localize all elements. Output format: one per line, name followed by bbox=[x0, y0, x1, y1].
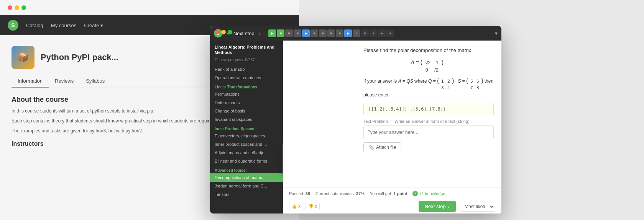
answer-input[interactable] bbox=[363, 125, 494, 139]
step-btn-4[interactable]: ■ bbox=[294, 29, 301, 37]
like-buttons: 👍 3 👎 0 bbox=[289, 203, 320, 210]
bottom-right: Next step › Most liked bbox=[419, 201, 495, 212]
sidebar-item-rank[interactable]: Rank of a matrix bbox=[210, 65, 283, 73]
attach-file-button[interactable]: 📎 Attach file bbox=[363, 142, 401, 152]
sidebar-item-inner-product-spaces[interactable]: Inner product spaces and ... bbox=[210, 140, 283, 148]
step-btn-question[interactable]: ? bbox=[353, 29, 360, 37]
step-btn-5[interactable]: ▶ bbox=[302, 29, 310, 37]
step-btn-3[interactable]: ■ bbox=[285, 29, 293, 37]
bg-logo: S bbox=[8, 20, 18, 31]
sidebar-item-determinants[interactable]: Determinants bbox=[210, 98, 283, 107]
sidebar-item-bilinear[interactable]: Bilinear and quadratic forms bbox=[210, 157, 283, 165]
thumbs-down-icon: 👎 bbox=[308, 204, 314, 209]
toolbar-dropdown[interactable]: ▾ bbox=[495, 30, 498, 36]
problem-instruction: Please find the polar decomposition of t… bbox=[363, 47, 494, 54]
correct-label: Correct submissions: 37% bbox=[315, 191, 365, 196]
tab-information[interactable]: Information bbox=[12, 75, 49, 88]
bg-nav-create[interactable]: Create ▾ bbox=[84, 23, 103, 28]
matrix-a-display: A = ( √21 0√2 ) . bbox=[363, 59, 494, 74]
main-window: S ‹ Next step › ▶ ■ ■ ■ ▶ ■ ■ ■ ■ ▶ ? ■ … bbox=[210, 26, 501, 213]
close-dot[interactable] bbox=[215, 30, 219, 34]
bg-minimize-dot bbox=[15, 5, 19, 10]
tab-reviews[interactable]: Reviews bbox=[49, 75, 80, 88]
sort-select[interactable]: Most liked bbox=[460, 202, 495, 212]
step-btn-7[interactable]: ■ bbox=[319, 29, 327, 37]
sidebar-section-linear-transformations: Linear Transformations bbox=[210, 83, 283, 90]
sidebar: Linear Algebra: Problems and Methods Cou… bbox=[210, 41, 283, 213]
sidebar-item-eigenvectors[interactable]: Eigenvectors, eigenspaces... bbox=[210, 132, 283, 140]
answer-hint-box: [[1,2],[3,4]]; [[5,6],[7,8]] bbox=[363, 103, 494, 115]
sidebar-item-adjoint[interactable]: Adjoint maps and self-adjo... bbox=[210, 148, 283, 157]
sidebar-course-title: Linear Algebra: Problems and Methods bbox=[210, 41, 283, 57]
sidebar-item-jordan[interactable]: Jordan normal form and C... bbox=[210, 182, 283, 190]
next-step-button[interactable]: Next step › bbox=[419, 201, 456, 212]
dislike-button[interactable]: 👎 0 bbox=[306, 203, 320, 210]
like-button[interactable]: 👍 3 bbox=[289, 203, 303, 210]
text-problem-label: Text Problem — Write an answer in form o… bbox=[363, 119, 494, 124]
step-btn-2[interactable]: ■ bbox=[277, 29, 284, 37]
step-btn-6[interactable]: ■ bbox=[310, 29, 318, 37]
sidebar-item-change-basis[interactable]: Change of basis bbox=[210, 107, 283, 115]
knowledge-badge: + +1 knowledge bbox=[412, 191, 445, 196]
bg-maximize-dot bbox=[21, 5, 26, 10]
main-toolbar: S ‹ Next step › ▶ ■ ■ ■ ▶ ■ ■ ■ ■ ▶ ? ■ … bbox=[210, 26, 501, 41]
points-label: You will get: 1 point bbox=[370, 191, 407, 196]
bg-nav-mycourses[interactable]: My courses bbox=[51, 23, 76, 28]
forward-button[interactable]: › bbox=[258, 29, 263, 37]
step-btn-12[interactable]: ■ bbox=[361, 29, 369, 37]
step-btn-13[interactable]: ■ bbox=[370, 29, 377, 37]
sidebar-item-permutations[interactable]: Permutations bbox=[210, 90, 283, 98]
sidebar-item-operations[interactable]: Operations with matrices bbox=[210, 73, 283, 82]
bg-window-controls bbox=[8, 5, 26, 10]
course-icon: 📦 bbox=[12, 46, 34, 69]
tab-syllabus[interactable]: Syllabus bbox=[80, 75, 111, 88]
knowledge-icon: + bbox=[412, 191, 418, 196]
condition-text: If your answer is A = QS where Q = ( 12 … bbox=[363, 77, 494, 98]
sidebar-tooltip: Decompositions of matrices (QR, SVD, LU)… bbox=[282, 143, 283, 173]
sidebar-section-inner-product: Inner Product Spaces bbox=[210, 125, 283, 132]
maximize-dot[interactable] bbox=[228, 30, 232, 34]
passed-label: Passed: 38 bbox=[289, 191, 310, 196]
sidebar-item-decompositions[interactable]: Decompositions of matric... bbox=[210, 173, 283, 182]
sidebar-item-tensors[interactable]: Tensors bbox=[210, 190, 283, 199]
bg-nav-catalog[interactable]: Catalog bbox=[26, 23, 43, 28]
bottom-bar: 👍 3 👎 0 Next step › Most liked bbox=[283, 199, 501, 213]
next-step-label: Next step bbox=[233, 31, 255, 36]
attach-icon: 📎 bbox=[368, 145, 374, 150]
thumbs-up-icon: 👍 bbox=[292, 204, 297, 209]
course-title: Python PyPI pack... bbox=[41, 52, 118, 62]
step-btn-10[interactable]: ▶ bbox=[344, 29, 352, 37]
step-btn-9[interactable]: ■ bbox=[336, 29, 343, 37]
stats-bar: Passed: 38 Correct submissions: 37% You … bbox=[283, 187, 501, 199]
window-controls bbox=[215, 30, 232, 34]
step-btn-14[interactable]: ▶ bbox=[378, 29, 386, 37]
step-buttons: ▶ ■ ■ ■ ▶ ■ ■ ■ ■ ▶ ? ■ ■ ▶ ■ bbox=[268, 29, 394, 37]
bg-close-dot bbox=[8, 5, 12, 10]
step-btn-1[interactable]: ▶ bbox=[268, 29, 276, 37]
sidebar-item-invariant[interactable]: Invariant subspaces bbox=[210, 115, 283, 124]
step-btn-8[interactable]: ■ bbox=[327, 29, 335, 37]
minimize-dot[interactable] bbox=[221, 30, 226, 34]
chevron-right-icon: › bbox=[448, 204, 450, 209]
sidebar-progress: Course progress: 0/237 bbox=[210, 57, 283, 65]
sidebar-section-advanced: Advanced topics I bbox=[210, 167, 283, 173]
step-btn-15[interactable]: ■ bbox=[386, 29, 394, 37]
